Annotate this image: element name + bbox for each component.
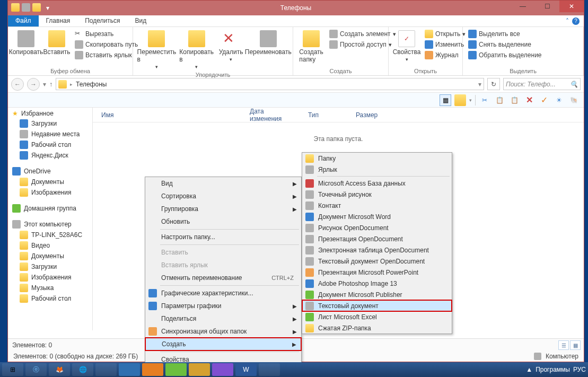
- tab-view[interactable]: Вид: [127, 15, 154, 27]
- sidebar-header[interactable]: ★Избранное: [8, 109, 92, 118]
- col-name[interactable]: Имя: [93, 111, 241, 119]
- col-type[interactable]: Тип: [300, 111, 347, 119]
- sidebar-item[interactable]: Документы: [8, 251, 92, 261]
- toolbar-dropdown-icon[interactable]: ▾: [469, 98, 472, 103]
- icons-view-button[interactable]: ▦: [570, 340, 581, 350]
- select-none-button[interactable]: Снять выделение: [467, 40, 543, 49]
- menu-item[interactable]: Вид▶: [145, 177, 301, 190]
- details-view-button[interactable]: ☰: [558, 340, 569, 350]
- navigation-pane[interactable]: ★ИзбранноеЗагрузкиНедавние местаРабочий …: [8, 108, 93, 330]
- language-indicator[interactable]: РУС: [573, 366, 586, 373]
- sidebar-item[interactable]: Недавние места: [8, 129, 92, 139]
- copy-button[interactable]: Копировать: [12, 29, 40, 57]
- menu-item[interactable]: Презентация Microsoft PowerPoint: [302, 267, 452, 278]
- history-button[interactable]: Журнал: [424, 50, 467, 60]
- taskbar[interactable]: ⊞ ⓔ 🦊 🌐 W ▲ Программы РУС: [0, 362, 588, 377]
- sidebar-item[interactable]: Музыка: [8, 283, 92, 293]
- menu-item[interactable]: Обновить: [145, 215, 301, 228]
- new-folder-qat-icon[interactable]: [32, 3, 41, 12]
- menu-item[interactable]: Папку: [302, 153, 452, 164]
- taskbar-app2[interactable]: [142, 363, 163, 376]
- easy-access-button[interactable]: Простой доступ ▾: [328, 40, 397, 49]
- taskbar-app4[interactable]: [189, 363, 210, 376]
- select-all-button[interactable]: Выделить все: [467, 29, 543, 39]
- menu-item[interactable]: Поделиться▶: [145, 312, 301, 325]
- menu-item[interactable]: Лист Microsoft Excel: [302, 311, 452, 322]
- menu-item[interactable]: Рисунок OpenDocument: [302, 222, 452, 233]
- search-input[interactable]: Поиск: Телефо... 🔍: [503, 78, 581, 90]
- menu-item[interactable]: Настроить папку...: [145, 231, 301, 243]
- menu-item[interactable]: Microsoft Access База данных: [302, 178, 452, 189]
- column-headers[interactable]: Имя Дата изменения Тип Размер: [93, 108, 584, 122]
- file-tab[interactable]: Файл: [8, 15, 39, 27]
- open-button[interactable]: Открыть ▾: [424, 29, 467, 39]
- up-button[interactable]: ↑: [49, 81, 52, 88]
- col-date[interactable]: Дата изменения: [241, 108, 300, 122]
- cut-button[interactable]: ✂Вырезать: [74, 29, 139, 39]
- edit-button[interactable]: Изменить: [424, 40, 467, 49]
- copy-to-button[interactable]: Копировать в▾: [179, 29, 214, 71]
- menu-item[interactable]: Параметры графики▶: [145, 300, 301, 312]
- qat-dropdown-icon[interactable]: ▾: [43, 3, 52, 13]
- close-button[interactable]: ✕: [559, 1, 584, 12]
- taskbar-word[interactable]: W: [235, 363, 257, 376]
- sidebar-item[interactable]: Видео: [8, 240, 92, 251]
- menu-item[interactable]: Группировка▶: [145, 203, 301, 215]
- sidebar-item[interactable]: Изображения: [8, 187, 92, 198]
- sidebar-item[interactable]: Рабочий стол: [8, 293, 92, 304]
- new-folder-button[interactable]: Создать папку: [297, 29, 325, 64]
- sidebar-item[interactable]: Загрузки: [8, 261, 92, 272]
- menu-item[interactable]: Adobe Photoshop Image 13: [302, 278, 452, 289]
- minimize-button[interactable]: —: [511, 1, 535, 12]
- taskbar-firefox[interactable]: 🦊: [49, 363, 70, 376]
- taskbar-chrome[interactable]: 🌐: [72, 363, 93, 376]
- sidebar-item[interactable]: Документы: [8, 177, 92, 187]
- sidebar-header[interactable]: Этот компьютер: [8, 219, 92, 230]
- check-toolbar-button[interactable]: ✓: [538, 94, 550, 106]
- move-to-button[interactable]: Переместить в▾: [137, 29, 176, 71]
- address-field[interactable]: ▸ Телефоны ▾: [56, 78, 484, 90]
- paste-shortcut-button[interactable]: Вставить ярлык: [74, 50, 139, 60]
- rename-button[interactable]: Переименовать: [248, 29, 288, 57]
- invert-selection-button[interactable]: Обратить выделение: [467, 50, 543, 60]
- breadcrumb-separator[interactable]: ▸: [70, 82, 73, 87]
- folder-qat-icon[interactable]: [11, 3, 20, 12]
- taskbar-app6[interactable]: [259, 363, 280, 376]
- sidebar-item[interactable]: Загрузки: [8, 118, 92, 129]
- start-button[interactable]: ⊞: [2, 363, 23, 376]
- paste-button[interactable]: Вставить: [43, 29, 71, 57]
- taskbar-app1[interactable]: [119, 363, 140, 376]
- cut-toolbar-button[interactable]: ✂: [479, 94, 490, 106]
- delete-button[interactable]: ✕Удалить▾: [217, 29, 245, 63]
- sidebar-header[interactable]: OneDrive: [8, 166, 92, 177]
- sidebar-item[interactable]: TP-LINK_528A6C: [8, 230, 92, 240]
- tray-expand-icon[interactable]: ▲: [526, 366, 532, 373]
- menu-item[interactable]: Отменить переименованиеCTRL+Z: [145, 271, 301, 284]
- menu-item[interactable]: Презентация OpenDocument: [302, 233, 452, 244]
- sidebar-item[interactable]: Рабочий стол: [8, 139, 92, 150]
- title-bar[interactable]: ▾ Телефоны — ☐ ✕: [8, 1, 584, 15]
- menu-item[interactable]: Контакт: [302, 200, 452, 211]
- tab-home[interactable]: Главная: [39, 15, 78, 27]
- delete-toolbar-button[interactable]: ✕: [523, 94, 535, 106]
- help-icon[interactable]: ?: [572, 17, 580, 25]
- taskbar-explorer[interactable]: [95, 363, 117, 376]
- menu-item[interactable]: Графические характеристики...: [145, 287, 301, 300]
- copy-toolbar-button[interactable]: 📋: [494, 94, 505, 106]
- sidebar-header[interactable]: Домашняя группа: [8, 203, 92, 214]
- menu-item[interactable]: Сортировка▶: [145, 190, 301, 203]
- sidebar-item[interactable]: Изображения: [8, 272, 92, 283]
- forward-button[interactable]: →: [27, 78, 40, 91]
- refresh-button[interactable]: ↻: [487, 78, 500, 90]
- shell-icon[interactable]: 🐚: [568, 94, 580, 106]
- taskbar-ie[interactable]: ⓔ: [25, 363, 47, 376]
- system-tray[interactable]: ▲ Программы РУС: [526, 366, 586, 373]
- recent-locations-button[interactable]: ▾: [43, 81, 46, 88]
- menu-item[interactable]: Синхронизация общих папок▶: [145, 325, 301, 338]
- breadcrumb[interactable]: Телефоны: [76, 81, 107, 88]
- copy-path-button[interactable]: Скопировать путь: [74, 40, 139, 49]
- menu-item[interactable]: Сжатая ZIP-папка: [302, 322, 452, 334]
- maximize-button[interactable]: ☐: [535, 1, 559, 12]
- organize-view-button[interactable]: ▦: [440, 94, 451, 106]
- menu-item[interactable]: Ярлык: [302, 164, 452, 175]
